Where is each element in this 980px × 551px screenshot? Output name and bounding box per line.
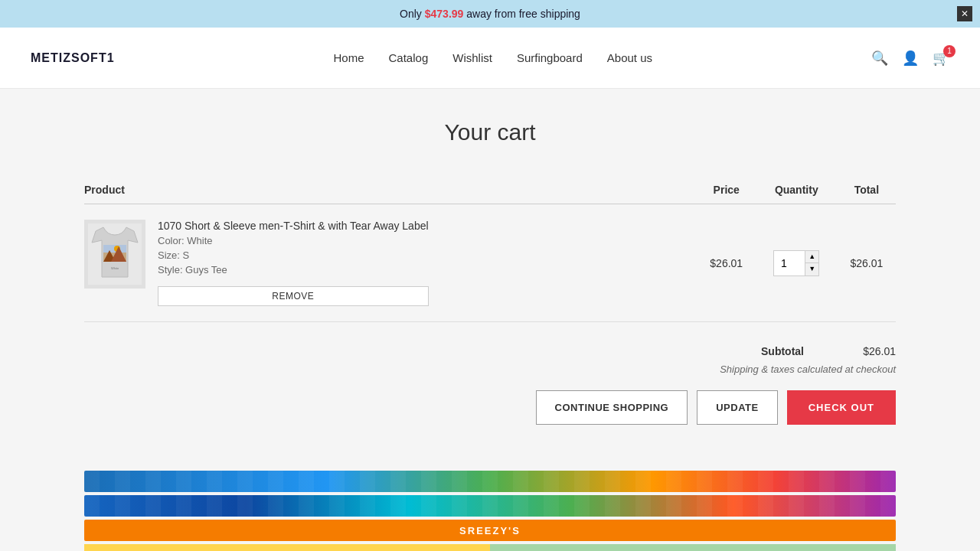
subtotal-row: Subtotal $26.01 [761,345,896,357]
nav-list: Home Catalog Wishlist Surfingboard About… [334,51,653,64]
subtotal-value: $26.01 [850,345,896,357]
product-cell: White 1070 Short & Sleeve men-T-Shirt & … [84,220,697,306]
product-style: Style: Guys Tee [158,264,429,276]
nav-catalog[interactable]: Catalog [389,51,429,64]
col-total: Total [838,176,896,204]
brand-text: SREEZY'S [459,525,521,536]
logo: METIZSOFT1 [31,51,115,65]
cart-actions: CONTINUE SHOPPING UPDATE CHECK OUT [84,390,896,425]
qty-down-button[interactable]: ▼ [805,263,818,276]
item-quantity: ▲ ▼ [756,204,838,322]
page-title: Your cart [84,119,896,145]
nav-about[interactable]: About us [607,51,652,64]
cart-button[interactable]: 🛒 1 [933,50,949,67]
banner-right [490,544,896,551]
main-nav: Home Catalog Wishlist Surfingboard About… [334,51,653,64]
qty-up-button[interactable]: ▲ [805,251,818,263]
item-price: $26.01 [697,204,756,322]
product-image: White [84,220,145,289]
bottom-banners: SREEZY'S [69,471,911,551]
product-color: Color: White [158,235,429,246]
banner-left [84,544,490,551]
cart-summary: Subtotal $26.01 Shipping & taxes calcula… [84,345,896,375]
product-size: Size: S [158,249,429,261]
product-info: 1070 Short & Sleeve men-T-Shirt & with T… [158,220,429,306]
search-icon: 🔍 [871,51,888,66]
main-content: Your cart Product Price Quantity Total [69,89,911,471]
nav-home[interactable]: Home [334,51,364,64]
account-button[interactable]: 👤 [902,50,919,67]
search-button[interactable]: 🔍 [871,50,888,67]
col-price: Price [697,176,756,204]
nav-wishlist[interactable]: Wishlist [452,51,492,64]
quantity-stepper[interactable]: ▲ ▼ [773,250,819,276]
shipping-note: Shipping & taxes calculated at checkout [720,364,896,375]
quantity-input[interactable] [774,251,805,276]
banner-strip-3: SREEZY'S [84,520,896,541]
table-row: White 1070 Short & Sleeve men-T-Shirt & … [84,204,896,322]
update-button[interactable]: UPDATE [697,390,777,425]
qty-spinners: ▲ ▼ [805,251,818,276]
banner-text: Only $473.99 away from free shipping [400,8,580,20]
banner-close-button[interactable]: ✕ [957,6,972,21]
cart-badge: 1 [943,45,956,57]
banner-strip-4 [84,544,896,551]
col-quantity: Quantity [756,176,838,204]
product-thumbnail: White [88,223,142,285]
svg-text:White: White [111,266,119,270]
header: METIZSOFT1 Home Catalog Wishlist Surfing… [0,28,980,89]
nav-surfingboard[interactable]: Surfingboard [517,51,583,64]
header-icons: 🔍 👤 🛒 1 [871,50,949,67]
subtotal-label: Subtotal [761,345,804,357]
continue-shopping-button[interactable]: CONTINUE SHOPPING [536,390,688,425]
top-banner: Only $473.99 away from free shipping ✕ [0,0,980,28]
remove-button[interactable]: REMOVE [158,286,429,306]
user-icon: 👤 [902,51,919,66]
item-total: $26.01 [838,204,896,322]
product-name: 1070 Short & Sleeve men-T-Shirt & with T… [158,220,429,232]
checkout-button[interactable]: CHECK OUT [787,390,896,425]
banner-strip-1 [84,471,896,492]
cart-table: Product Price Quantity Total [84,176,896,322]
col-product: Product [84,176,697,204]
banner-strip-2 [84,495,896,517]
